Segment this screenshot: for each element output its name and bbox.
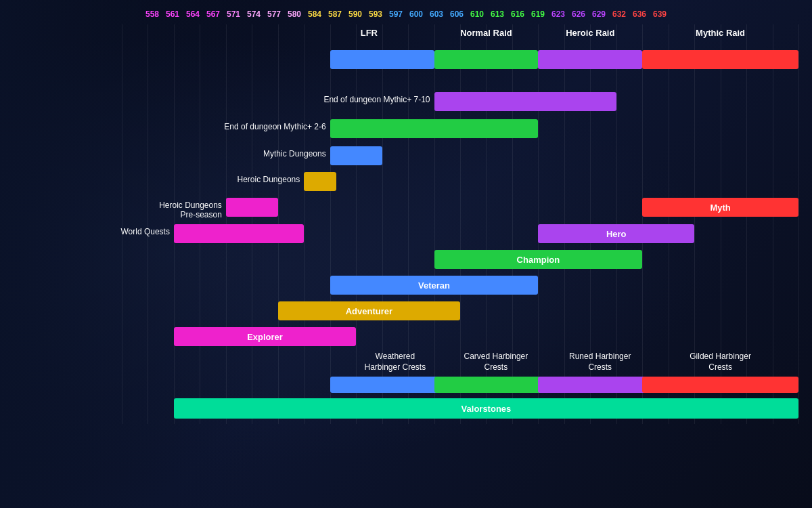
ilvl-row: 5585615645675715745775805845875905935976… bbox=[14, 9, 798, 19]
valorstones-bar: Valorstones bbox=[174, 398, 798, 419]
ilvl-label: 636 bbox=[629, 9, 650, 19]
section-label: LFR bbox=[330, 28, 408, 38]
row-label: Heroic Dungeons bbox=[238, 175, 300, 184]
row-label: World Quests bbox=[120, 227, 169, 236]
main-content: 5585615645675715745775805845875905935976… bbox=[0, 0, 812, 431]
raid-mythic-bar bbox=[642, 50, 798, 69]
hero-bar: Hero bbox=[538, 224, 694, 243]
adventurer-bar: Adventurer bbox=[278, 301, 460, 320]
world-quests-bar bbox=[174, 224, 304, 243]
eod-mythic-2-6-bar bbox=[330, 119, 539, 138]
mythic-dungeons-bar bbox=[330, 146, 382, 165]
ilvl-label: 593 bbox=[365, 9, 386, 19]
ilvl-label: 584 bbox=[304, 9, 325, 19]
ilvl-label: 590 bbox=[345, 9, 365, 19]
ilvl-label: 629 bbox=[589, 9, 609, 19]
ilvl-label: 561 bbox=[162, 9, 183, 19]
eod-mythic-7-10-bar bbox=[434, 92, 616, 111]
row-label: End of dungeon Mythic+ 7-10 bbox=[323, 95, 430, 104]
heroic-dungeons-bar bbox=[304, 172, 336, 191]
ilvl-label: 558 bbox=[142, 9, 162, 19]
ilvl-label: 571 bbox=[223, 9, 244, 19]
section-label: Mythic Raid bbox=[642, 28, 798, 38]
ilvl-label: 564 bbox=[183, 9, 203, 19]
ilvl-label: 606 bbox=[447, 9, 467, 19]
ilvl-label: 600 bbox=[406, 9, 426, 19]
ilvl-label: 639 bbox=[650, 9, 670, 19]
ilvl-label: 567 bbox=[203, 9, 223, 19]
heroic-dungeons-preseason-bar bbox=[226, 198, 278, 217]
gilded-crest-bar bbox=[642, 377, 798, 393]
chart-grid: LFRNormal RaidHeroic RaidMythic Raid End… bbox=[14, 24, 798, 424]
ilvl-label: 616 bbox=[508, 9, 528, 19]
myth-bar: Myth bbox=[642, 198, 798, 217]
raid-normal-bar bbox=[434, 50, 539, 69]
section-labels: LFRNormal RaidHeroic RaidMythic Raid bbox=[122, 24, 798, 45]
explorer-bar: Explorer bbox=[174, 327, 356, 346]
veteran-bar: Veteran bbox=[330, 276, 539, 295]
ilvl-label: 597 bbox=[386, 9, 406, 19]
raid-heroic-bar bbox=[538, 50, 642, 69]
ilvl-label: 626 bbox=[568, 9, 589, 19]
row-label: Mythic Dungeons bbox=[263, 149, 326, 158]
crest-label: Gilded HarbingerCrests bbox=[642, 352, 798, 373]
section-label: Heroic Raid bbox=[538, 28, 642, 38]
row-label: End of dungeon Mythic+ 2-6 bbox=[224, 122, 325, 131]
ilvl-label: 577 bbox=[264, 9, 284, 19]
section-label: Normal Raid bbox=[434, 28, 539, 38]
ilvl-label: 587 bbox=[325, 9, 345, 19]
ilvl-label: 613 bbox=[487, 9, 508, 19]
ilvl-label: 610 bbox=[467, 9, 487, 19]
raid-lfr-bar bbox=[330, 50, 434, 69]
ilvl-label: 632 bbox=[609, 9, 629, 19]
ilvl-label: 574 bbox=[244, 9, 264, 19]
ilvl-label: 623 bbox=[548, 9, 568, 19]
ilvl-label: 580 bbox=[284, 9, 304, 19]
champion-bar: Champion bbox=[434, 250, 643, 269]
row-label: Heroic DungeonsPre-season bbox=[159, 200, 222, 220]
ilvl-label: 619 bbox=[528, 9, 548, 19]
ilvl-label: 603 bbox=[426, 9, 447, 19]
